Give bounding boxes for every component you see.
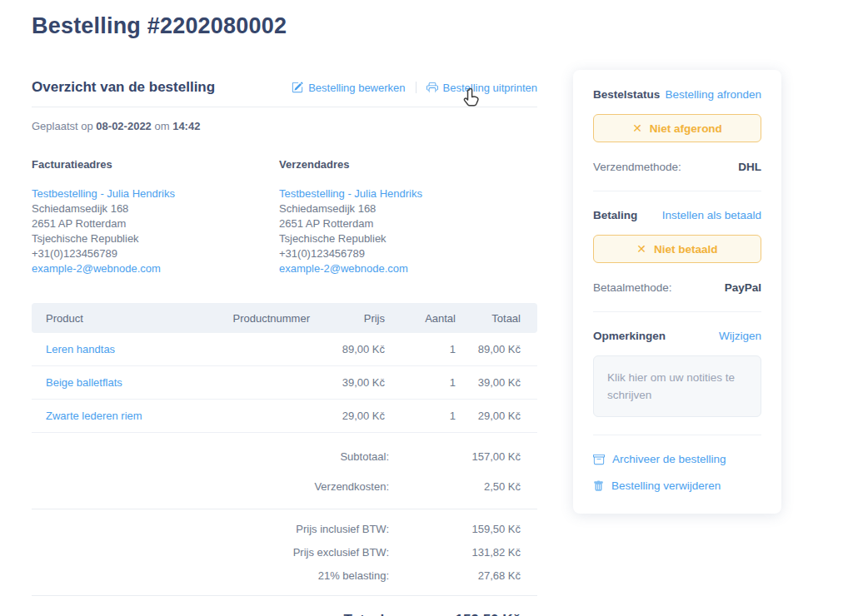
subtotal-value: 157,00 Kč [389, 450, 537, 463]
grand-total-label: Totaal: [32, 612, 389, 616]
order-status-badge-label: Niet afgerond [650, 122, 722, 135]
price-cell: 29,00 Kč [310, 410, 385, 422]
payment-method-label: Betaalmethode: [593, 281, 672, 294]
table-row: Zwarte lederen riem 29,00 Kč 1 29,00 Kč [32, 400, 537, 433]
shipping-method-label: Verzendmethode: [593, 161, 681, 173]
shipping-address-label: Verzendadres [279, 157, 526, 172]
placed-time: 14:42 [172, 120, 200, 132]
grand-total-value: 159,50 Kč [389, 612, 537, 616]
billing-email-link[interactable]: example-2@webnode.com [32, 261, 279, 276]
placed-joiner: om [154, 120, 169, 132]
overview-title: Overzicht van de bestelling [32, 79, 215, 96]
delete-order-link[interactable]: Bestelling verwijderen [593, 479, 761, 492]
x-icon: ✕ [636, 242, 646, 256]
shipping-cost-label: Verzendkosten: [32, 480, 389, 493]
notes-label: Opmerkingen [593, 330, 666, 342]
order-status-label: Bestelstatus [593, 88, 660, 101]
printer-icon [426, 82, 438, 93]
shipping-cost-row: Verzendkosten: 2,50 Kč [32, 471, 537, 501]
column-header-productnumber: Productnummer [214, 312, 310, 325]
billing-phone: +31(0)123456789 [32, 246, 279, 261]
column-header-product: Product [32, 312, 214, 325]
links-separator [416, 82, 417, 93]
trash-icon [593, 480, 604, 492]
price-incl-vat-value: 159,50 Kč [389, 523, 537, 535]
product-name-link[interactable]: Leren handtas [32, 343, 214, 355]
delete-order-label: Bestelling verwijderen [611, 479, 721, 492]
x-icon: ✕ [632, 122, 642, 135]
shipping-country: Tsjechische Republiek [279, 231, 526, 246]
product-name-link[interactable]: Beige balletflats [32, 376, 214, 389]
shipping-phone: +31(0)123456789 [279, 246, 526, 261]
subtotal-row: Subtotaal: 157,00 Kč [32, 441, 537, 471]
overview-actions: Bestelling bewerken Bestelling uitprinte… [292, 82, 537, 94]
edit-icon [292, 82, 303, 93]
shipping-method-row: Verzendmethode: DHL [593, 161, 761, 173]
shipping-email-link[interactable]: example-2@webnode.com [279, 261, 526, 276]
overview-section-header: Overzicht van de bestelling Bestelling b… [32, 79, 537, 107]
archive-icon [593, 454, 605, 465]
subtotal-label: Subtotaal: [32, 450, 389, 463]
table-row: Leren handtas 89,00 Kč 1 89,00 Kč [32, 333, 537, 366]
edit-order-link[interactable]: Bestelling bewerken [292, 82, 405, 94]
total-cell: 29,00 Kč [456, 410, 537, 422]
tax-label: 21% belasting: [32, 569, 389, 582]
price-cell: 89,00 Kč [310, 343, 385, 355]
order-status-badge: ✕ Niet afgerond [593, 114, 761, 142]
quantity-cell: 1 [385, 376, 456, 389]
billing-customer-link[interactable]: Testbestelling - Julia Hendriks [32, 186, 279, 201]
sidebar-actions: Archiveer de bestelling Bestelling verwi… [593, 453, 761, 492]
archive-order-label: Archiveer de bestelling [612, 453, 726, 465]
payment-method-value: PayPal [725, 281, 761, 294]
order-detail-main: Bestelling #2202080002 Overzicht van de … [32, 13, 537, 616]
shipping-customer-link[interactable]: Testbestelling - Julia Hendriks [279, 186, 526, 201]
price-incl-vat-row: Prijs inclusief BTW: 159,50 Kč [32, 517, 537, 540]
grand-total-row: Totaal: 159,50 Kč [32, 604, 537, 616]
tax-block: Prijs inclusief BTW: 159,50 Kč Prijs exc… [32, 509, 537, 596]
billing-street: Schiedamsedijk 168 [32, 201, 279, 216]
column-header-quantity: Aantal [385, 312, 456, 325]
billing-country: Tsjechische Republiek [32, 231, 279, 246]
billing-address: Facturatieadres Testbestelling - Julia H… [32, 157, 279, 276]
quantity-cell: 1 [385, 410, 456, 422]
total-cell: 89,00 Kč [456, 343, 537, 355]
payment-label: Betaling [593, 209, 637, 221]
column-header-price: Prijs [310, 312, 385, 325]
quantity-cell: 1 [385, 343, 456, 355]
print-order-link[interactable]: Bestelling uitprinten [426, 82, 537, 94]
payment-header: Betaling Instellen als betaald [593, 209, 761, 221]
page-title: Bestelling #2202080002 [32, 13, 537, 39]
set-paid-link[interactable]: Instellen als betaald [662, 209, 761, 221]
tax-value: 27,68 Kč [389, 569, 537, 582]
order-status-header: Bestelstatus Bestelling afronden [593, 88, 761, 101]
price-incl-vat-label: Prijs inclusief BTW: [32, 523, 389, 535]
shipping-address: Verzendadres Testbestelling - Julia Hend… [279, 157, 526, 276]
shipping-method-value: DHL [738, 161, 761, 173]
tax-row: 21% belasting: 27,68 Kč [32, 564, 537, 587]
subtotal-block: Subtotaal: 157,00 Kč Verzendkosten: 2,50… [32, 433, 537, 509]
shipping-cost-value: 2,50 Kč [389, 480, 537, 493]
sidebar-divider [593, 435, 761, 435]
complete-order-link[interactable]: Bestelling afronden [665, 88, 761, 101]
price-excl-vat-value: 131,82 Kč [389, 546, 537, 559]
billing-address-label: Facturatieadres [32, 157, 279, 172]
print-order-label: Bestelling uitprinten [443, 82, 537, 94]
price-cell: 39,00 Kč [310, 376, 385, 389]
price-excl-vat-row: Prijs exclusief BTW: 131,82 Kč [32, 540, 537, 564]
product-name-link[interactable]: Zwarte lederen riem [32, 410, 214, 422]
payment-status-badge-label: Niet betaald [654, 243, 718, 256]
price-excl-vat-label: Prijs exclusief BTW: [32, 546, 389, 559]
addresses-row: Facturatieadres Testbestelling - Julia H… [32, 157, 537, 276]
edit-order-label: Bestelling bewerken [308, 82, 405, 94]
notes-box[interactable]: Klik hier om uw notities te schrijven [593, 355, 761, 417]
edit-notes-link[interactable]: Wijzigen [719, 330, 761, 342]
products-table-header: Product Productnummer Prijs Aantal Totaa… [32, 303, 537, 333]
payment-status-badge: ✕ Niet betaald [593, 235, 761, 263]
sidebar-divider [593, 191, 761, 191]
archive-order-link[interactable]: Archiveer de bestelling [593, 453, 761, 465]
placed-date-line: Geplaatst op 08-02-2022 om 14:42 [32, 120, 537, 132]
column-header-total: Totaal [456, 312, 537, 325]
placed-date: 08-02-2022 [96, 120, 152, 132]
sidebar-divider [593, 311, 761, 312]
shipping-street: Schiedamsedijk 168 [279, 201, 526, 216]
